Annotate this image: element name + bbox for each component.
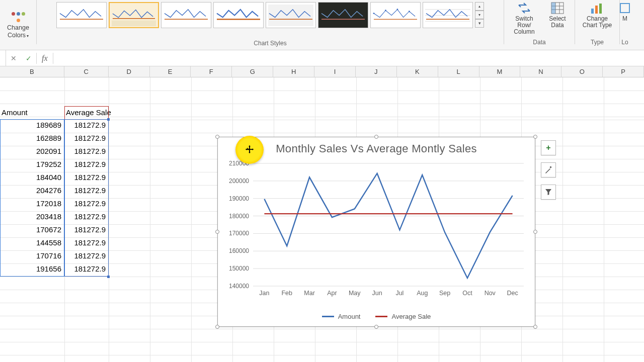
col-header[interactable]: I <box>314 66 356 77</box>
color-dots-icon <box>10 11 26 23</box>
table-row[interactable]: 202091181272.9 <box>0 146 120 159</box>
svg-text:190000: 190000 <box>229 195 249 202</box>
col-header[interactable]: O <box>561 66 603 77</box>
col-header[interactable]: L <box>438 66 479 77</box>
cell-average[interactable]: 181272.9 <box>64 263 109 277</box>
cell-amount[interactable]: 191656 <box>0 263 64 277</box>
col-header[interactable]: B <box>0 66 64 77</box>
cell-average[interactable]: 181272.9 <box>64 211 109 224</box>
ribbon: Change Colors▾ <box>0 0 644 50</box>
grid-icon <box>550 1 565 15</box>
plot-area[interactable]: 1400001500001600001700001800001900002000… <box>253 163 524 286</box>
table-row[interactable]: 191656181272.9 <box>0 263 120 277</box>
chart-legend[interactable]: Amount Average Sale <box>218 313 535 320</box>
cell-average[interactable]: 181272.9 <box>64 185 109 198</box>
header-average[interactable]: Average Sale <box>64 107 120 120</box>
formula-input[interactable] <box>53 54 644 62</box>
legend-item[interactable]: Amount <box>322 313 361 320</box>
svg-rect-26 <box>620 4 629 13</box>
col-header[interactable]: E <box>150 66 191 77</box>
col-header[interactable]: N <box>520 66 561 77</box>
col-header[interactable]: J <box>356 66 397 77</box>
col-header[interactable]: M <box>479 66 521 77</box>
cell-average[interactable]: 181272.9 <box>64 250 109 263</box>
embedded-chart[interactable]: Monthly Sales Vs Average Montly Sales 14… <box>217 137 535 327</box>
change-chart-type-button[interactable]: Change Chart Type <box>579 1 615 29</box>
worksheet-grid[interactable]: Amount Average Sale 189689181272.9162889… <box>0 77 644 362</box>
switch-row-column-button[interactable]: Switch Row/ Column <box>508 1 540 36</box>
table-row[interactable]: 170672181272.9 <box>0 224 120 237</box>
chart-style-5[interactable] <box>266 2 316 28</box>
legend-label: Amount <box>338 313 361 320</box>
cursor-highlight <box>235 136 264 164</box>
enter-button[interactable]: ✓ <box>21 50 36 66</box>
chart-title[interactable]: Monthly Sales Vs Average Montly Sales <box>218 142 535 155</box>
cell-amount[interactable]: 144558 <box>0 237 64 250</box>
table-row[interactable]: 184040181272.9 <box>0 172 120 185</box>
cell-amount[interactable]: 179252 <box>0 159 64 172</box>
cell-amount[interactable]: 170716 <box>0 250 64 263</box>
cell-average[interactable]: 181272.9 <box>64 224 109 237</box>
chart-filter-button[interactable] <box>541 185 556 200</box>
chart-style-6[interactable] <box>318 2 368 28</box>
cell-average[interactable]: 181272.9 <box>64 172 109 185</box>
table-row[interactable]: 172018181272.9 <box>0 198 120 211</box>
legend-item[interactable]: Average Sale <box>375 313 431 320</box>
chart-style-7[interactable] <box>370 2 421 28</box>
table-row[interactable]: 144558181272.9 <box>0 237 120 250</box>
svg-rect-25 <box>599 4 602 14</box>
chart-styles-button[interactable] <box>541 162 556 177</box>
col-header[interactable]: F <box>191 66 232 77</box>
cell-average[interactable]: 181272.9 <box>64 237 109 250</box>
svg-text:Dec: Dec <box>507 290 518 297</box>
gallery-scroll-down[interactable]: ▾ <box>475 11 484 19</box>
chart-style-4[interactable] <box>213 2 264 28</box>
cell-average[interactable]: 181272.9 <box>64 198 109 211</box>
cell-amount[interactable]: 162889 <box>0 133 64 146</box>
table-row[interactable]: 170716181272.9 <box>0 250 120 263</box>
cell-amount[interactable]: 203418 <box>0 211 64 224</box>
svg-text:Aug: Aug <box>417 290 428 297</box>
col-header[interactable]: K <box>397 66 438 77</box>
cell-average[interactable]: 181272.9 <box>64 159 109 172</box>
chart-style-1[interactable] <box>56 2 107 28</box>
chart-style-8[interactable] <box>423 2 473 28</box>
col-header[interactable]: C <box>64 66 109 77</box>
cell-average[interactable]: 181272.9 <box>64 120 109 133</box>
table-row[interactable]: 204276181272.9 <box>0 185 120 198</box>
table-row[interactable]: 179252181272.9 <box>0 159 120 172</box>
svg-text:200000: 200000 <box>229 177 249 185</box>
gallery-more[interactable]: ▾ <box>475 19 484 28</box>
table-row[interactable]: 203418181272.9 <box>0 211 120 224</box>
chart-style-2[interactable] <box>109 2 159 28</box>
gallery-scroll-up[interactable]: ▴ <box>475 2 484 11</box>
move-chart-button[interactable]: M <box>620 1 630 22</box>
cell-amount[interactable]: 172018 <box>0 198 64 211</box>
name-box[interactable] <box>0 50 6 66</box>
header-amount[interactable]: Amount <box>0 107 64 120</box>
cell-amount[interactable]: 184040 <box>0 172 64 185</box>
legend-label: Average Sale <box>391 313 431 320</box>
location-group-partial: M Lo <box>620 0 630 50</box>
select-data-button[interactable]: Select Data <box>544 1 571 36</box>
cell-average[interactable]: 181272.9 <box>64 133 109 146</box>
svg-text:Feb: Feb <box>281 290 292 297</box>
svg-point-10 <box>385 10 386 11</box>
col-header[interactable]: D <box>109 66 150 77</box>
cell-amount[interactable]: 204276 <box>0 185 64 198</box>
change-colors-button[interactable]: Change Colors▾ <box>3 11 33 39</box>
cancel-button[interactable]: ✕ <box>6 50 21 66</box>
cell-amount[interactable]: 170672 <box>0 224 64 237</box>
cell-amount[interactable]: 202091 <box>0 146 64 159</box>
cell-amount[interactable]: 189689 <box>0 120 64 133</box>
table-row[interactable]: 162889181272.9 <box>0 133 120 146</box>
col-header[interactable]: H <box>273 66 314 77</box>
chart-elements-button[interactable]: + <box>541 140 556 155</box>
column-headers: B C D E F G H I J K L M N O P <box>0 66 644 77</box>
col-header[interactable]: P <box>603 66 644 77</box>
chart-style-3[interactable] <box>161 2 211 28</box>
cell-average[interactable]: 181272.9 <box>64 146 109 159</box>
svg-rect-5 <box>268 5 313 26</box>
col-header[interactable]: G <box>232 66 273 77</box>
table-row[interactable]: 189689181272.9 <box>0 120 120 133</box>
